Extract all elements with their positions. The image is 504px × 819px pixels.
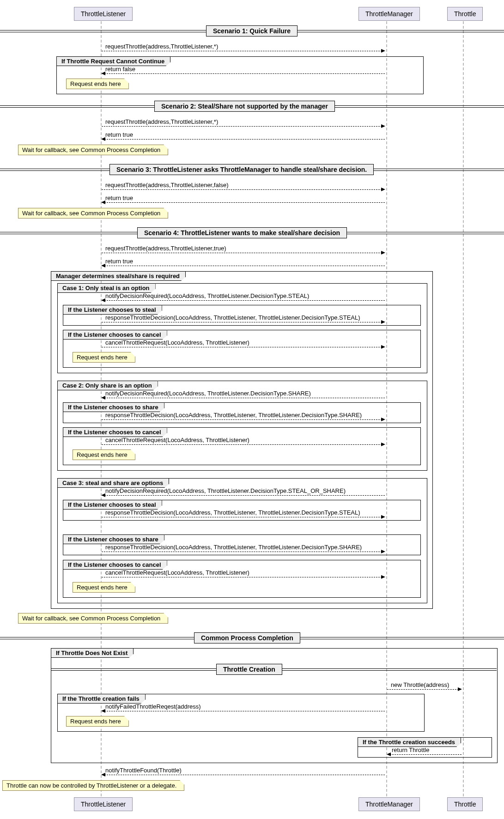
group-label-manager-determines: Manager determines steal/share is requir… xyxy=(51,271,186,281)
divider-common-completion: Common Process Completion xyxy=(194,632,300,643)
divider-scenario-4: Scenario 4: ThrottleListener wants to ma… xyxy=(137,227,347,238)
msg-notify-failed: notifyFailedThrottleReqest(address) xyxy=(105,703,201,710)
msg-new-throttle: new Throttle(address) xyxy=(391,681,449,688)
msg-return-throttle: return Throttle xyxy=(392,746,429,753)
group-label-case-3-steal: If the Listener chooses to steal xyxy=(63,500,162,510)
msg-cancel-c3: cancelThrottleRequest(LocoAddress, Throt… xyxy=(105,569,249,576)
group-label-case-3: Case 3: steal and share are options xyxy=(57,478,169,488)
msg-return-true-s3: return true xyxy=(105,194,133,201)
group-label-case-3-cancel: If the Listener chooses to cancel xyxy=(63,560,167,570)
msg-response-steal-c1: responseThrottleDecision(LocoAddress, Th… xyxy=(105,314,360,321)
participant-throttle-bottom: Throttle xyxy=(447,797,483,811)
divider-throttle-creation: Throttle Creation xyxy=(216,664,282,675)
group-label-case-2-cancel: If the Listener chooses to cancel xyxy=(63,427,167,437)
divider-scenario-1: Scenario 1: Quick Failure xyxy=(206,25,298,36)
msg-response-share-c3: responseThrottleDecision(LocoAddress, Th… xyxy=(105,544,362,551)
divider-scenario-2: Scenario 2: Steal/Share not supported by… xyxy=(154,101,335,112)
note-wait-callback-s4: Wait for callback, see Common Process Co… xyxy=(18,613,168,624)
group-label-case-1-steal: If the Listener chooses to steal xyxy=(63,305,162,315)
note-wait-callback-s2: Wait for callback, see Common Process Co… xyxy=(18,145,168,155)
participant-throttle-manager-bottom: ThrottleManager xyxy=(358,797,420,811)
note-request-ends-c2: Request ends here xyxy=(73,449,135,460)
participant-throttle-manager-top: ThrottleManager xyxy=(358,7,420,21)
msg-notify-throttle-found: notifyThrottleFound(Throttle) xyxy=(105,767,182,774)
msg-request-throttle-s2: requestThrottle(address,ThrottleListener… xyxy=(105,118,218,125)
note-request-ends-c1: Request ends here xyxy=(73,352,135,363)
participant-throttle-listener-top: ThrottleListener xyxy=(74,7,133,21)
note-wait-callback-s3: Wait for callback, see Common Process Co… xyxy=(18,208,168,218)
note-can-control: Throttle can now be controlled by Thrott… xyxy=(2,780,184,791)
msg-cancel-c2: cancelThrottleRequest(LocoAddress, Throt… xyxy=(105,437,249,443)
group-label-case-1-cancel: If the Listener chooses to cancel xyxy=(63,330,167,340)
msg-return-true-s4: return true xyxy=(105,258,133,265)
msg-request-throttle-s4: requestThrottle(address,ThrottleListener… xyxy=(105,245,226,252)
participant-throttle-top: Throttle xyxy=(447,7,483,21)
msg-notify-decision-share: notifyDecisionRequired(LocoAddress, Thro… xyxy=(105,390,311,397)
msg-return-true-s2: return true xyxy=(105,131,133,138)
participant-throttle-listener-bottom: ThrottleListener xyxy=(74,797,133,811)
msg-return-false: return false xyxy=(105,66,135,73)
group-label-case-1: Case 1: Only steal is an option xyxy=(57,283,156,293)
msg-notify-decision-steal: notifyDecisionRequired(LocoAddress, Thro… xyxy=(105,292,309,299)
note-request-ends-fail: Request ends here xyxy=(66,716,129,727)
msg-notify-decision-steal-or-share: notifyDecisionRequired(LocoAddress, Thro… xyxy=(105,487,346,494)
msg-request-throttle-s1: requestThrottle(address,ThrottleListener… xyxy=(105,43,218,50)
divider-scenario-3: Scenario 3: ThrottleListener asks Thrott… xyxy=(109,164,374,175)
msg-response-share-c2: responseThrottleDecision(LocoAddress, Th… xyxy=(105,412,362,419)
msg-request-throttle-s3: requestThrottle(address,ThrottleListener… xyxy=(105,182,229,188)
msg-cancel-c1: cancelThrottleRequest(LocoAddress, Throt… xyxy=(105,339,249,346)
group-label-case-3-share: If the Listener chooses to share xyxy=(63,534,164,544)
group-label-throttle-succeeds: If the Throttle creation succeeds xyxy=(358,737,461,747)
group-label-throttle-cannot-continue: If Throttle Request Cannot Continue xyxy=(56,56,170,66)
note-request-ends-c3: Request ends here xyxy=(73,582,135,593)
group-label-case-2: Case 2: Only share is an option xyxy=(57,381,158,390)
msg-response-steal-c3: responseThrottleDecision(LocoAddress, Th… xyxy=(105,509,360,516)
group-label-throttle-not-exist: If Throttle Does Not Exist xyxy=(51,648,134,658)
group-label-throttle-fails: If the Throttle creation fails xyxy=(57,694,146,704)
note-request-ends-s1: Request ends here xyxy=(66,79,129,89)
group-label-case-2-share: If the Listener chooses to share xyxy=(63,402,164,412)
